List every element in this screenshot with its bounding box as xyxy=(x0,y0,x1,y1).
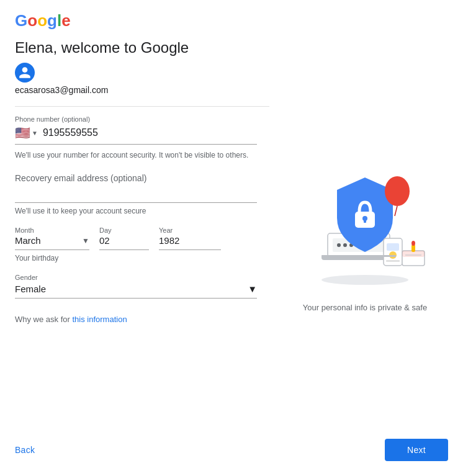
phone-input[interactable] xyxy=(43,127,257,138)
divider xyxy=(15,106,269,107)
month-select[interactable]: March ▼ xyxy=(15,235,89,250)
logo-e: e xyxy=(61,11,70,30)
phone-section: Phone number (optional) 🇺🇸 ▼ We'll use y… xyxy=(15,115,269,161)
illustration-area: Your personal info is private & safe xyxy=(297,159,433,312)
svg-rect-22 xyxy=(321,255,396,257)
svg-rect-10 xyxy=(364,218,366,223)
logo-o1: o xyxy=(27,11,37,30)
gender-dropdown-icon: ▼ xyxy=(248,284,257,294)
phone-label: Phone number (optional) xyxy=(15,115,269,123)
svg-point-5 xyxy=(343,243,347,247)
year-label: Year xyxy=(159,227,221,234)
logo-g: G xyxy=(15,11,27,30)
bottom-nav: Back Next xyxy=(0,428,463,476)
welcome-title: Elena, welcome to Google xyxy=(15,39,269,56)
month-value: March xyxy=(15,235,41,246)
recovery-label: Recovery email address (optional) xyxy=(15,173,269,183)
bday-fields: Month March ▼ Day Year xyxy=(15,227,269,250)
year-input[interactable] xyxy=(159,235,221,250)
month-arrow-icon: ▼ xyxy=(82,236,89,245)
why-ask-link[interactable]: this information xyxy=(72,315,127,324)
logo-o2: o xyxy=(37,11,47,30)
user-email: ecasarosa3@gmail.com xyxy=(15,85,269,95)
right-panel: Your personal info is private & safe xyxy=(282,30,448,428)
svg-rect-16 xyxy=(386,260,400,262)
why-ask-prefix: Why we ask for xyxy=(15,315,72,324)
left-panel: Elena, welcome to Google ecasarosa3@gmai… xyxy=(15,30,282,428)
phone-row: 🇺🇸 ▼ xyxy=(15,125,257,145)
birthday-section: Month March ▼ Day Year Y xyxy=(15,227,269,263)
gender-select[interactable]: Female ▼ xyxy=(15,284,257,299)
flag-dropdown-arrow: ▼ xyxy=(32,130,38,137)
next-button[interactable]: Next xyxy=(385,439,448,461)
security-illustration xyxy=(297,159,433,295)
svg-point-4 xyxy=(337,243,341,247)
day-label: Day xyxy=(99,227,149,234)
flag-selector[interactable]: 🇺🇸 ▼ xyxy=(15,125,38,140)
year-group: Year xyxy=(159,227,221,250)
illustration-caption: Your personal info is private & safe xyxy=(303,303,427,312)
recovery-input-line[interactable] xyxy=(15,186,257,203)
day-group: Day xyxy=(99,227,149,250)
main-content: Elena, welcome to Google ecasarosa3@gmai… xyxy=(0,30,463,428)
svg-point-20 xyxy=(411,241,415,246)
back-button[interactable]: Back xyxy=(15,440,35,460)
svg-line-12 xyxy=(395,206,397,216)
birthday-caption: Your birthday xyxy=(15,254,269,263)
svg-point-11 xyxy=(385,176,410,206)
logo-g2: g xyxy=(47,11,57,30)
day-input[interactable] xyxy=(99,235,149,250)
google-logo: G o o g l e xyxy=(15,11,448,30)
user-info xyxy=(15,63,269,83)
gender-section: Gender Female ▼ xyxy=(15,274,269,299)
logo-l: l xyxy=(57,11,61,30)
month-label: Month xyxy=(15,227,89,234)
why-ask: Why we ask for this information xyxy=(15,315,269,324)
gender-value: Female xyxy=(15,284,46,294)
page-container: G o o g l e Elena, welcome to Google eca… xyxy=(0,0,463,476)
flag-emoji: 🇺🇸 xyxy=(15,125,30,140)
phone-hint: We'll use your number for account securi… xyxy=(15,150,257,161)
recovery-section: Recovery email address (optional) We'll … xyxy=(15,173,269,215)
svg-rect-14 xyxy=(387,243,399,251)
gender-label: Gender xyxy=(15,274,269,281)
month-group: Month March ▼ xyxy=(15,227,89,250)
svg-point-0 xyxy=(321,275,408,285)
recovery-hint: We'll use it to keep your account secure xyxy=(15,207,269,215)
top-bar: G o o g l e xyxy=(0,0,463,30)
avatar-icon xyxy=(15,63,35,83)
